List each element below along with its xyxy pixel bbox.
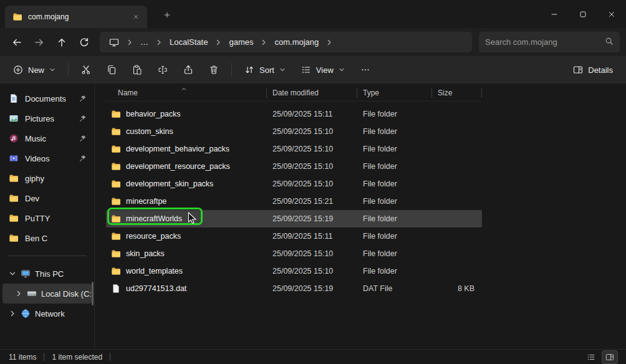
chevron-right-icon xyxy=(125,39,134,46)
delete-button[interactable] xyxy=(202,60,226,80)
music-icon xyxy=(9,133,19,143)
file-row-skin-packs[interactable]: skin_packs 25/09/2025 15:10 File folder xyxy=(106,245,482,262)
window-controls xyxy=(540,0,626,28)
sidebar-item-videos[interactable]: Videos xyxy=(2,148,92,168)
sidebar-item-documents[interactable]: Documents xyxy=(2,89,92,108)
pane-view-icon xyxy=(605,353,614,362)
search-input[interactable] xyxy=(485,37,600,47)
sort-button[interactable]: Sort xyxy=(238,60,292,80)
main-content: Documents Pictures Music Videos giphy xyxy=(0,84,626,349)
new-button[interactable]: New xyxy=(6,60,62,80)
file-row-resource-packs[interactable]: resource_packs 25/09/2025 15:11 File fol… xyxy=(106,228,482,245)
pin-icon xyxy=(79,135,87,142)
large-icons-view-toggle[interactable] xyxy=(602,351,617,363)
breadcrumb-ellipsis[interactable]: … xyxy=(135,34,154,50)
chevron-right-icon[interactable] xyxy=(9,310,16,317)
file-row-development-behavior-packs[interactable]: development_behavior_packs 25/09/2025 15… xyxy=(106,140,482,158)
new-tab-button[interactable] xyxy=(158,6,176,24)
copy-icon xyxy=(107,65,117,75)
column-header-type[interactable]: Type xyxy=(357,85,432,101)
paste-icon xyxy=(132,65,142,75)
view-button[interactable]: View xyxy=(294,60,352,80)
column-header-size[interactable]: Size xyxy=(432,85,482,101)
chevron-right-icon[interactable] xyxy=(15,290,22,297)
details-button-label: Details xyxy=(588,65,613,75)
sidebar-item-music[interactable]: Music xyxy=(2,128,92,148)
sidebar-divider xyxy=(7,256,87,256)
documents-icon xyxy=(9,93,19,103)
list-view-icon xyxy=(587,353,595,362)
forward-button[interactable] xyxy=(29,32,50,53)
column-headers: Name Date modified Type Size xyxy=(106,85,482,102)
plus-icon xyxy=(163,11,171,19)
copy-button[interactable] xyxy=(100,60,123,80)
toolbar-divider xyxy=(231,63,232,77)
file-rows: behavior_packs 25/09/2025 15:11 File fol… xyxy=(106,105,626,297)
back-button[interactable] xyxy=(6,32,27,53)
close-icon xyxy=(607,10,616,19)
refresh-icon xyxy=(79,37,89,47)
status-bar: 11 items 1 item selected xyxy=(0,349,626,364)
rename-button[interactable] xyxy=(151,60,175,80)
column-header-name[interactable]: Name xyxy=(106,85,267,101)
file-row-world-templates[interactable]: world_templates 25/09/2025 15:10 File fo… xyxy=(106,262,482,280)
cut-button[interactable] xyxy=(74,60,98,80)
chevron-down-icon[interactable] xyxy=(9,270,16,277)
sidebar-scrollbar-thumb[interactable] xyxy=(92,282,94,305)
sidebar-item-ben-c[interactable]: Ben C xyxy=(2,228,92,248)
details-pane-button[interactable]: Details xyxy=(566,60,620,80)
more-options-button[interactable] xyxy=(354,60,377,80)
address-bar[interactable]: … LocalState games com.mojang xyxy=(100,32,472,52)
sidebar-item-local-disk-c[interactable]: Local Disk (C:) xyxy=(2,284,92,304)
sort-ascending-icon xyxy=(181,85,187,94)
this-pc-icon xyxy=(21,269,31,279)
sidebar-item-dev[interactable]: Dev xyxy=(2,188,92,208)
sort-button-label: Sort xyxy=(259,65,274,75)
details-view-toggle[interactable] xyxy=(584,351,599,363)
file-row-behavior-packs[interactable]: behavior_packs 25/09/2025 15:11 File fol… xyxy=(106,105,482,123)
file-row-development-skin-packs[interactable]: development_skin_packs 25/09/2025 15:10 … xyxy=(106,175,482,193)
file-row-development-resource-packs[interactable]: development_resource_packs 25/09/2025 15… xyxy=(106,158,482,175)
minimize-icon xyxy=(550,10,559,19)
sidebar-item-putty[interactable]: PuTTY xyxy=(2,208,92,228)
scissors-icon xyxy=(81,65,91,75)
sort-icon xyxy=(244,65,254,75)
explorer-tab[interactable]: com.mojang xyxy=(5,6,147,28)
maximize-icon xyxy=(579,10,587,19)
search-box[interactable] xyxy=(479,32,620,52)
breadcrumb-com-mojang[interactable]: com.mojang xyxy=(269,34,324,50)
file-row-minecraftpe[interactable]: minecraftpe 25/09/2025 15:21 File folder xyxy=(106,193,482,210)
plus-circle-icon xyxy=(13,65,23,75)
file-row-minecraftworlds[interactable]: minecraftWorlds 25/09/2025 15:19 File fo… xyxy=(106,210,482,228)
network-icon xyxy=(21,309,31,318)
toolbar-divider xyxy=(68,63,69,77)
sidebar-item-this-pc[interactable]: This PC xyxy=(2,264,92,284)
file-row-custom-skins[interactable]: custom_skins 25/09/2025 15:10 File folde… xyxy=(106,123,482,140)
paste-button[interactable] xyxy=(125,60,149,80)
navigation-bar: … LocalState games com.mojang xyxy=(0,28,626,56)
sidebar-item-pictures[interactable]: Pictures xyxy=(2,108,92,128)
file-icon xyxy=(111,284,121,294)
chevron-right-icon xyxy=(214,39,223,46)
share-button[interactable] xyxy=(176,60,200,80)
folder-icon xyxy=(111,161,121,171)
tab-close-button[interactable] xyxy=(128,9,143,24)
location-root-button[interactable] xyxy=(104,34,125,50)
breadcrumb-games[interactable]: games xyxy=(223,34,259,50)
sidebar-item-network[interactable]: Network xyxy=(2,304,92,323)
refresh-button[interactable] xyxy=(74,32,95,53)
sidebar-item-giphy[interactable]: giphy xyxy=(2,168,92,188)
folder-icon xyxy=(111,179,121,189)
up-icon xyxy=(57,37,67,47)
folder-icon xyxy=(111,266,121,276)
up-button[interactable] xyxy=(51,32,72,53)
file-row-ud297741513-dat[interactable]: ud297741513.dat 25/09/2025 15:19 DAT Fil… xyxy=(106,280,482,297)
items-count: 11 items xyxy=(9,353,36,362)
maximize-button[interactable] xyxy=(569,0,597,28)
column-header-date-modified[interactable]: Date modified xyxy=(267,85,357,101)
pin-icon xyxy=(79,95,87,102)
breadcrumb-localstate[interactable]: LocalState xyxy=(164,34,213,50)
close-button[interactable] xyxy=(597,0,626,28)
folder-icon xyxy=(111,214,121,224)
minimize-button[interactable] xyxy=(540,0,569,28)
